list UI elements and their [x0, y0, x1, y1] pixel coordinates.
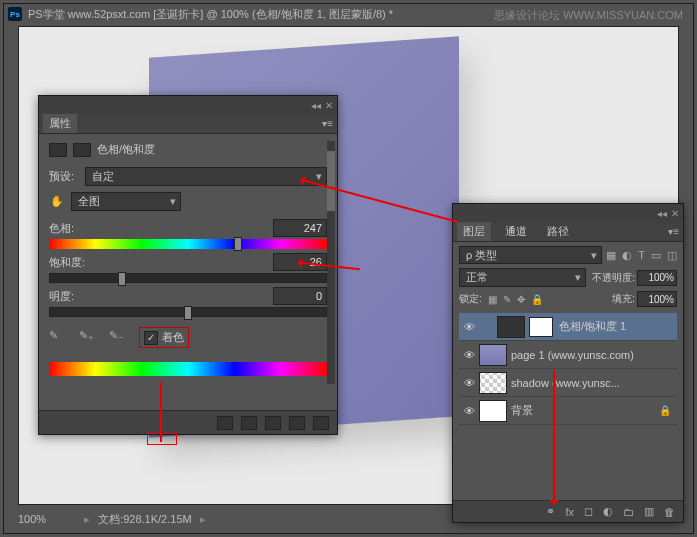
eyedropper-add-icon[interactable]: ✎₊ — [79, 329, 97, 347]
filter-type-icon[interactable]: T — [638, 249, 645, 262]
properties-footer — [39, 410, 337, 434]
lock-position-icon[interactable]: ✥ — [517, 294, 525, 305]
lightness-input[interactable] — [273, 287, 327, 305]
lock-all-icon[interactable]: 🔒 — [531, 294, 543, 305]
hue-label: 色相: — [49, 221, 273, 236]
fill-input[interactable] — [637, 291, 677, 307]
saturation-input[interactable] — [273, 253, 327, 271]
layer-row[interactable]: 👁 背景 🔒 — [459, 397, 677, 425]
adjustment-add-icon[interactable]: ◐ — [603, 505, 613, 518]
colorize-label: 着色 — [162, 330, 184, 345]
watermark: 思缘设计论坛 WWW.MISSYUAN.COM — [494, 8, 683, 23]
tab-layers[interactable]: 图层 — [457, 222, 491, 241]
clip-icon[interactable] — [217, 416, 233, 430]
colorize-highlight: ✓ 着色 — [139, 327, 189, 348]
delete-icon[interactable] — [313, 416, 329, 430]
lock-icon: 🔒 — [659, 405, 671, 416]
opacity-input[interactable] — [637, 270, 677, 286]
visibility-icon[interactable]: 👁 — [459, 405, 479, 417]
adjustment-name: 色相/饱和度 — [97, 142, 155, 157]
range-dropdown[interactable]: 全图 — [71, 192, 181, 211]
preset-label: 预设: — [49, 169, 85, 184]
filter-smart-icon[interactable]: ◫ — [667, 249, 677, 262]
layer-row[interactable]: 👁 色相/饱和度 1 — [459, 313, 677, 341]
document-title: PS学堂 www.52psxt.com [圣诞折卡] @ 100% (色相/饱和… — [28, 7, 393, 22]
lightness-slider[interactable] — [49, 307, 327, 317]
status-flyout-icon[interactable]: ▸ — [200, 513, 206, 526]
layer-name[interactable]: 背景 — [511, 403, 533, 418]
preset-dropdown[interactable]: 自定 — [85, 167, 327, 186]
eyedropper-icon[interactable]: ✎ — [49, 329, 67, 347]
lock-label: 锁定: — [459, 292, 482, 306]
layers-panel: ◂◂ ✕ 图层 通道 路径 ▾≡ ρ 类型 ▦ ◐ T ▭ ◫ 正常 不透明度: — [452, 203, 684, 523]
new-layer-icon[interactable]: ▥ — [644, 505, 654, 518]
fill-label: 填充: — [612, 292, 635, 306]
filter-shape-icon[interactable]: ▭ — [651, 249, 661, 262]
saturation-slider[interactable] — [49, 273, 327, 283]
hue-input[interactable] — [273, 219, 327, 237]
panel-menu-icon[interactable]: ▾≡ — [668, 226, 679, 237]
lightness-label: 明度: — [49, 289, 273, 304]
eyedropper-subtract-icon[interactable]: ✎₋ — [109, 329, 127, 347]
close-icon[interactable]: ✕ — [325, 100, 333, 111]
filter-pixel-icon[interactable]: ▦ — [606, 249, 616, 262]
opacity-label: 不透明度: — [592, 271, 635, 285]
fx-icon[interactable]: fx — [565, 506, 574, 518]
layer-thumb — [479, 400, 507, 422]
layer-thumb — [479, 344, 507, 366]
tab-paths[interactable]: 路径 — [541, 222, 575, 241]
toggle-visibility-icon[interactable] — [289, 416, 305, 430]
layer-name[interactable]: shadow (www.yunsc... — [511, 377, 620, 389]
hue-range-bar — [49, 362, 327, 376]
zoom-flyout-icon[interactable]: ▸ — [84, 513, 90, 526]
layer-thumb — [479, 372, 507, 394]
colorize-checkbox[interactable]: ✓ — [144, 331, 158, 345]
layer-row[interactable]: 👁 shadow (www.yunsc... — [459, 369, 677, 397]
tab-properties[interactable]: 属性 — [43, 114, 77, 133]
lock-pixels-icon[interactable]: ✎ — [503, 294, 511, 305]
close-icon[interactable]: ✕ — [671, 208, 679, 219]
panel-header: ◂◂ ✕ — [39, 96, 337, 114]
collapse-icon[interactable]: ◂◂ — [657, 208, 667, 219]
panel-header: ◂◂ ✕ — [453, 204, 683, 222]
layer-row[interactable]: 👁 page 1 (www.yunsc.com) — [459, 341, 677, 369]
link-icon[interactable]: ⚭ — [546, 505, 555, 518]
mask-add-icon[interactable]: ◻ — [584, 505, 593, 518]
visibility-icon[interactable]: 👁 — [459, 349, 479, 361]
ps-icon: Ps — [8, 7, 22, 21]
tab-channels[interactable]: 通道 — [499, 222, 533, 241]
saturation-label: 饱和度: — [49, 255, 273, 270]
doc-size-value: 928.1K/2.15M — [123, 513, 192, 525]
doc-size-label: 文档: — [98, 512, 123, 527]
target-adjust-icon[interactable]: ✋ — [49, 194, 65, 210]
reset-icon[interactable] — [265, 416, 281, 430]
visibility-icon[interactable]: 👁 — [459, 321, 479, 333]
filter-adjust-icon[interactable]: ◐ — [622, 249, 632, 262]
layers-footer: ⚭ fx ◻ ◐ 🗀 ▥ 🗑 — [453, 500, 683, 522]
zoom-level[interactable]: 100% — [18, 513, 46, 525]
layer-list: 👁 色相/饱和度 1 👁 page 1 (www.yunsc.com) 👁 sh… — [459, 313, 677, 425]
adjustment-thumb — [497, 316, 525, 338]
collapse-icon[interactable]: ◂◂ — [311, 100, 321, 111]
layer-mask-thumb[interactable] — [529, 317, 553, 337]
lock-transparent-icon[interactable]: ▦ — [488, 294, 497, 305]
panel-menu-icon[interactable]: ▾≡ — [322, 118, 333, 129]
visibility-icon[interactable]: 👁 — [459, 377, 479, 389]
view-previous-icon[interactable] — [241, 416, 257, 430]
properties-panel: ◂◂ ✕ 属性 ▾≡ 色相/饱和度 预设: 自定 ✋ 全图 色相: — [38, 95, 338, 435]
layer-name[interactable]: 色相/饱和度 1 — [559, 319, 626, 334]
scrollbar[interactable] — [327, 141, 335, 384]
adjustment-icon — [49, 143, 67, 157]
mask-icon — [73, 143, 91, 157]
layer-name[interactable]: page 1 (www.yunsc.com) — [511, 349, 634, 361]
filter-kind-dropdown[interactable]: ρ 类型 — [459, 246, 602, 264]
blend-mode-dropdown[interactable]: 正常 — [459, 268, 586, 287]
group-icon[interactable]: 🗀 — [623, 506, 634, 518]
trash-icon[interactable]: 🗑 — [664, 506, 675, 518]
hue-slider[interactable] — [49, 239, 327, 249]
